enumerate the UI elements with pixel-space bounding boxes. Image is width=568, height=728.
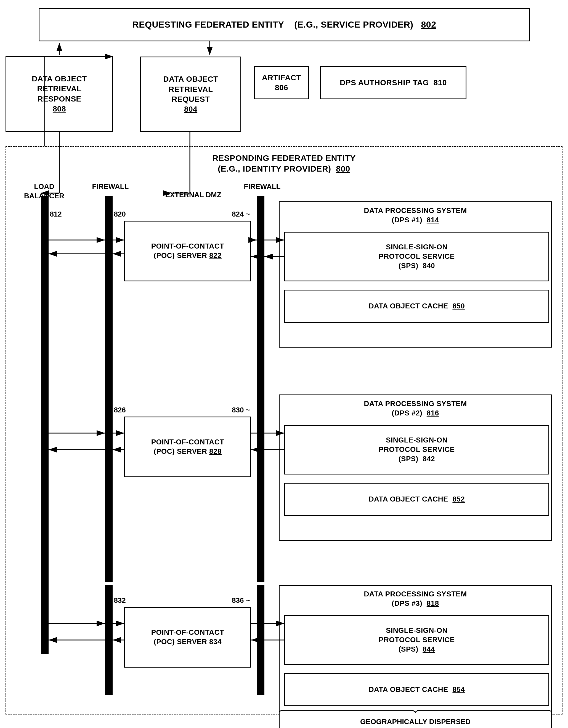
firewall1-bar: [105, 196, 113, 394]
poc-server-2-box: POINT-OF-CONTACT(POC) SERVER 828: [124, 417, 251, 477]
firewall2-label: FIREWALL: [240, 182, 284, 191]
cache2-label: DATA OBJECT CACHE 852: [369, 495, 465, 504]
data-object-request-label: DATA OBJECTRETRIEVALREQUEST804: [163, 74, 218, 114]
firewall2-bar-2: [257, 394, 264, 582]
responding-entity-label: RESPONDING FEDERATED ENTITY(E.G., IDENTI…: [212, 153, 356, 174]
firewall1-label: FIREWALL: [88, 182, 132, 191]
cache3-box: DATA OBJECT CACHE 854: [284, 673, 549, 706]
poc-server-1-box: POINT-OF-CONTACT(POC) SERVER 822: [124, 221, 251, 281]
ref-836: 836 ~: [232, 596, 250, 605]
dps3-label: DATA PROCESSING SYSTEM(DPS #3) 818: [364, 590, 467, 608]
dps-authorship-tag-box: DPS AUTHORSHIP TAG 810: [320, 66, 466, 99]
cache2-box: DATA OBJECT CACHE 852: [284, 483, 549, 516]
ref-832: ~ 832: [108, 596, 126, 605]
poc-server-1-label: POINT-OF-CONTACT(POC) SERVER 822: [151, 242, 224, 260]
artifact-label: ARTIFACT806: [262, 73, 301, 93]
data-object-response-box: DATA OBJECTRETRIEVALRESPONSE808: [6, 56, 113, 132]
poc-server-3-box: POINT-OF-CONTACT(POC) SERVER 834: [124, 607, 251, 668]
firewall2-bar: [257, 196, 264, 394]
sps3-label: SINGLE-SIGN-ONPROTOCOL SERVICE(SPS) 844: [379, 626, 455, 654]
dps-authorship-tag-label: DPS AUTHORSHIP TAG 810: [340, 78, 447, 88]
sps3-box: SINGLE-SIGN-ONPROTOCOL SERVICE(SPS) 844: [284, 615, 549, 665]
data-object-request-box: DATA OBJECTRETRIEVALREQUEST804: [140, 57, 241, 132]
data-object-response-label: DATA OBJECTRETRIEVALRESPONSE808: [32, 74, 87, 114]
cache1-label: DATA OBJECT CACHE 850: [369, 302, 465, 311]
requesting-entity-ref: 802: [421, 20, 436, 30]
cache1-box: DATA OBJECT CACHE 850: [284, 290, 549, 323]
ref-826: ~ 826: [108, 406, 126, 415]
sps2-label: SINGLE-SIGN-ONPROTOCOL SERVICE(SPS) 842: [379, 436, 455, 463]
requesting-entity-box: REQUESTING FEDERATED ENTITY (E.G., SERVI…: [39, 8, 530, 41]
dps1-label: DATA PROCESSING SYSTEM(DPS #1) 814: [364, 206, 467, 225]
sps1-label: SINGLE-SIGN-ONPROTOCOL SERVICE(SPS) 840: [379, 242, 455, 270]
ref-812: ~ 812: [44, 210, 62, 219]
load-balancer-bar: [41, 196, 49, 654]
ref-824: 824 ~: [232, 210, 250, 219]
sps1-box: SINGLE-SIGN-ONPROTOCOL SERVICE(SPS) 840: [284, 232, 549, 281]
requesting-entity-label: REQUESTING FEDERATED ENTITY (E.G., SERVI…: [132, 19, 436, 31]
poc-server-3-label: POINT-OF-CONTACT(POC) SERVER 834: [151, 628, 224, 647]
cache3-label: DATA OBJECT CACHE 854: [369, 685, 465, 694]
dps2-label: DATA PROCESSING SYSTEM(DPS #2) 816: [364, 399, 467, 418]
ref-830: 830 ~: [232, 406, 250, 415]
poc-server-2-label: POINT-OF-CONTACT(POC) SERVER 828: [151, 438, 224, 456]
firewall2-bar-3: [257, 585, 264, 695]
ref-820: ~ 820: [108, 210, 126, 219]
geo-brace-svg: [279, 710, 552, 727]
sps2-box: SINGLE-SIGN-ONPROTOCOL SERVICE(SPS) 842: [284, 425, 549, 474]
firewall1-bar-2: [105, 394, 113, 582]
external-dmz-label: EXTERNAL DMZ: [124, 190, 262, 200]
artifact-box: ARTIFACT806: [254, 66, 309, 99]
